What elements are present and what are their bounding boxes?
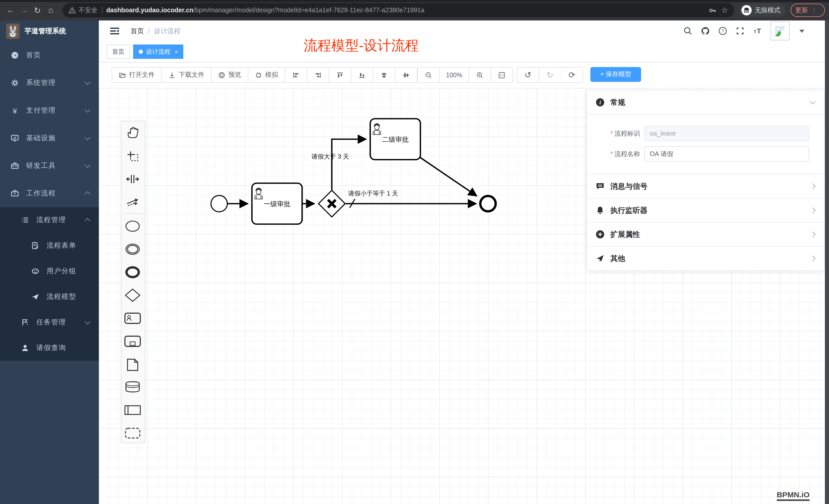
- create-subprocess-tool[interactable]: [125, 336, 140, 346]
- tab-home[interactable]: 首页: [107, 44, 130, 59]
- help-icon[interactable]: ?: [718, 27, 727, 35]
- password-key-icon[interactable]: [709, 6, 716, 14]
- save-model-label: + 保存模型: [600, 70, 632, 79]
- browser-forward-icon[interactable]: →: [17, 6, 31, 15]
- address-bar[interactable]: 不安全 dashboard.yudao.iocoder.cn/bpm/manag…: [63, 3, 734, 17]
- browser-update-button[interactable]: 更新 ⋮: [791, 4, 825, 17]
- sidebar-item-process-mgmt[interactable]: 流程管理: [0, 207, 99, 233]
- restart-button[interactable]: ⟳: [561, 68, 583, 82]
- breadcrumb-current: 设计流程: [154, 26, 180, 36]
- create-participant-tool[interactable]: [125, 406, 140, 415]
- general-form: *流程标识 *流程名称: [587, 115, 824, 175]
- exclusive-gateway[interactable]: [319, 190, 345, 217]
- section-title: 常规: [610, 98, 625, 107]
- process-name-input[interactable]: [644, 146, 809, 162]
- browser-menu-icon[interactable]: ⋮: [811, 7, 817, 14]
- sidebar-item-task-mgmt[interactable]: 任务管理: [0, 310, 99, 335]
- create-data-store-tool[interactable]: [126, 382, 139, 392]
- sidebar-item-user-group[interactable]: 用户分组: [0, 259, 99, 284]
- section-message-signal[interactable]: 消息与信号: [587, 175, 824, 198]
- align-right-button[interactable]: [307, 68, 329, 82]
- avatar[interactable]: [771, 22, 790, 40]
- global-connect-tool[interactable]: [127, 198, 138, 206]
- bpmn-diagram: 一级审批: [99, 88, 585, 303]
- breadcrumb: 首页 / 设计流程: [131, 26, 180, 36]
- avatar-dropdown-caret[interactable]: [799, 30, 804, 33]
- align-center-horizontal-button[interactable]: [395, 68, 417, 82]
- gear-icon: [11, 79, 19, 87]
- toolbox-icon: [11, 162, 19, 170]
- flow-label-gt3[interactable]: 请假大于 3 天: [312, 153, 349, 160]
- align-center-vertical-button[interactable]: [373, 68, 395, 82]
- tab-close-icon[interactable]: ×: [175, 49, 178, 55]
- sidebar-item-leave-query[interactable]: 请假查询: [0, 335, 99, 361]
- folder-open-icon: [119, 71, 126, 79]
- end-event[interactable]: [480, 196, 496, 211]
- url-divider: [102, 7, 102, 14]
- create-group-tool[interactable]: [125, 428, 140, 438]
- sidebar-item-process-form[interactable]: 流程表单: [0, 233, 99, 259]
- create-data-object-tool[interactable]: [128, 359, 138, 371]
- create-intermediate-event-tool[interactable]: [126, 244, 139, 254]
- sidebar-collapse-icon[interactable]: [110, 27, 119, 35]
- section-other[interactable]: 其他: [587, 247, 824, 270]
- preview-button[interactable]: 预览: [212, 68, 248, 82]
- fit-viewport-button[interactable]: [491, 68, 512, 82]
- align-bottom-button[interactable]: [351, 68, 373, 82]
- simulate-button[interactable]: 模拟: [248, 68, 285, 82]
- sidebar-item-process-model[interactable]: 流程模型: [0, 284, 99, 310]
- task1-label: 一级审批: [264, 200, 290, 208]
- paper-plane-icon: [31, 293, 39, 301]
- browser-reload-icon[interactable]: ↻: [31, 5, 44, 15]
- zoom-level: 100%: [440, 68, 469, 82]
- redo-button[interactable]: ↻: [539, 68, 561, 82]
- zoom-out-button[interactable]: [418, 68, 440, 82]
- space-tool[interactable]: [127, 175, 139, 183]
- flow-label-le1[interactable]: 请假小于等于 1 天: [348, 190, 398, 197]
- bookmark-star-icon[interactable]: ☆: [721, 6, 728, 15]
- tab-design-process[interactable]: 设计流程 ×: [133, 44, 184, 59]
- zoom-in-button[interactable]: [469, 68, 491, 82]
- section-general[interactable]: i 常规: [587, 90, 824, 115]
- section-extended-attributes[interactable]: 扩展属性: [587, 223, 824, 247]
- create-end-event-tool[interactable]: [127, 267, 139, 277]
- search-icon[interactable]: [684, 27, 692, 35]
- browser-scrollbar[interactable]: [825, 21, 829, 504]
- github-icon[interactable]: [701, 27, 710, 35]
- align-top-button[interactable]: [329, 68, 351, 82]
- flow-gateway-to-task2[interactable]: [332, 139, 366, 190]
- sidebar-item-label: 首页: [26, 51, 41, 60]
- create-start-event-tool[interactable]: [126, 221, 139, 231]
- bpmnio-watermark[interactable]: BPMN.iO: [777, 490, 809, 501]
- fullscreen-icon[interactable]: [736, 27, 745, 35]
- align-left-button[interactable]: [285, 68, 307, 82]
- sidebar-item-devtools[interactable]: 研发工具: [0, 152, 99, 180]
- user-task-level2[interactable]: 二级审批: [370, 119, 421, 160]
- process-key-input[interactable]: [644, 126, 809, 141]
- download-file-button[interactable]: 下载文件: [162, 68, 212, 82]
- sidebar-item-home[interactable]: 首页: [0, 41, 99, 69]
- start-event[interactable]: [211, 195, 227, 212]
- user-task-level1[interactable]: 一级审批: [252, 183, 302, 224]
- chevron-down-icon: [85, 79, 91, 85]
- browser-back-icon[interactable]: ←: [4, 6, 17, 15]
- browser-home-icon[interactable]: ⌂: [44, 6, 57, 15]
- tab-label: 设计流程: [146, 47, 171, 56]
- lasso-tool[interactable]: [128, 151, 138, 161]
- section-execution-listener[interactable]: 执行监听器: [587, 198, 824, 223]
- form-document-icon: [31, 241, 39, 250]
- download-file-label: 下载文件: [179, 71, 204, 79]
- flow-task2-to-end[interactable]: [421, 158, 477, 196]
- create-user-task-tool[interactable]: [125, 313, 140, 323]
- sidebar-item-workflow[interactable]: 工作流程: [0, 180, 99, 207]
- save-model-button[interactable]: + 保存模型: [590, 67, 641, 82]
- breadcrumb-home[interactable]: 首页: [131, 26, 144, 36]
- sidebar-item-payment[interactable]: ¥ 支付管理: [0, 97, 99, 124]
- open-file-button[interactable]: 打开文件: [112, 68, 162, 82]
- create-gateway-tool[interactable]: [125, 289, 140, 301]
- hand-tool[interactable]: [128, 127, 138, 138]
- sidebar-item-infra[interactable]: 基础设施: [0, 124, 99, 152]
- sidebar-item-system[interactable]: 系统管理: [0, 69, 99, 97]
- undo-button[interactable]: ↺: [517, 68, 539, 82]
- font-size-icon[interactable]: TT: [753, 27, 762, 35]
